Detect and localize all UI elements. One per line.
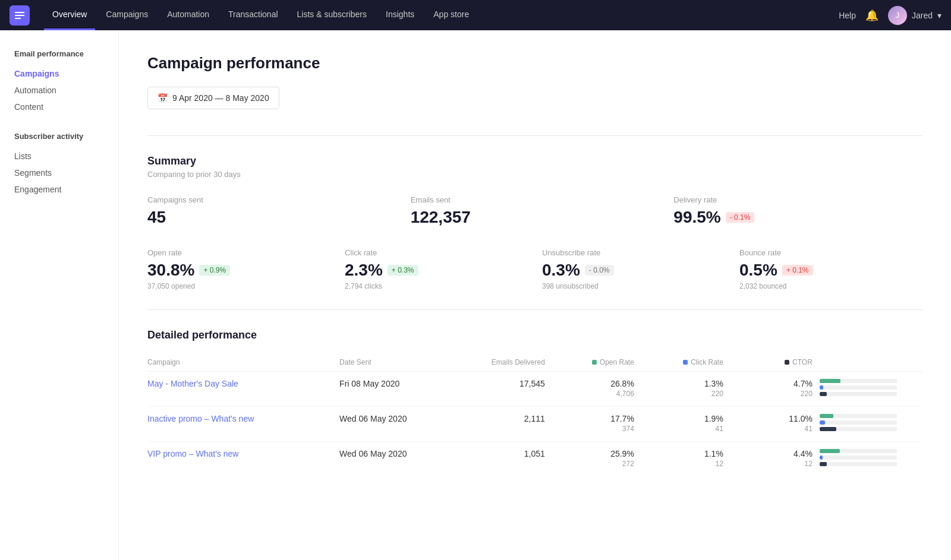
col-date-sent: Date Sent	[339, 353, 449, 372]
nav-app-store[interactable]: App store	[425, 0, 477, 30]
nav-lists-subscribers[interactable]: Lists & subscribers	[289, 0, 375, 30]
notifications-bell-icon[interactable]: 🔔	[865, 9, 878, 22]
open-rate-value-2: 25.9%	[552, 449, 634, 458]
date-range-icon: 📅	[158, 93, 168, 103]
logo[interactable]	[10, 5, 30, 26]
date-range-button[interactable]: 📅 9 Apr 2020 — 8 May 2020	[147, 87, 279, 109]
open-rate-dot	[592, 360, 597, 365]
metric-emails-sent-label: Emails sent	[411, 195, 660, 204]
divider-2	[147, 309, 922, 310]
cell-bars-0	[820, 372, 922, 407]
nav-insights[interactable]: Insights	[377, 0, 423, 30]
click-rate-dot	[683, 360, 688, 365]
nav-automation[interactable]: Automation	[159, 0, 218, 30]
metric-open-rate: Open rate 30.8% + 0.9% 37,050 opened	[147, 248, 330, 290]
metric-emails-sent-value: 122,357	[411, 208, 471, 227]
cell-click-rate-2: 1.1%12	[641, 442, 730, 477]
date-range-label: 9 Apr 2020 — 8 May 2020	[172, 93, 269, 103]
bar-ctor-track-2	[820, 462, 897, 466]
col-campaign: Campaign	[147, 353, 339, 372]
sidebar-section-subscriber-activity: Subscriber activity Lists Segments Engag…	[14, 132, 104, 198]
page-title: Campaign performance	[147, 54, 922, 72]
campaign-link-1[interactable]: Inactive promo – What's new	[147, 414, 254, 423]
campaign-link-0[interactable]: May - Mother's Day Sale	[147, 379, 238, 388]
metric-bounce-rate-label: Bounce rate	[739, 248, 922, 257]
metrics-row-2: Open rate 30.8% + 0.9% 37,050 opened Cli…	[147, 248, 922, 290]
metric-campaigns-sent-label: Campaigns sent	[147, 195, 396, 204]
ctor-sub-1: 41	[730, 423, 813, 439]
metric-open-rate-value: 30.8%	[147, 261, 194, 280]
metric-click-rate: Click rate 2.3% + 0.3% 2,794 clicks	[345, 248, 528, 290]
click-rate-sub-1: 41	[641, 423, 723, 439]
sidebar-item-campaigns[interactable]: Campaigns	[14, 65, 104, 82]
bar-row-1	[820, 414, 915, 431]
bar-click-fill-2	[820, 455, 823, 460]
cell-ctor-0: 4.7%220	[730, 372, 820, 407]
detailed-section: Detailed performance Campaign Date Sent …	[147, 329, 922, 476]
nav-transactional[interactable]: Transactional	[220, 0, 286, 30]
metric-bounce-rate-value: 0.5%	[739, 261, 777, 280]
sidebar-item-lists[interactable]: Lists	[14, 148, 104, 164]
divider-1	[147, 135, 922, 136]
cell-click-rate-1: 1.9%41	[641, 407, 730, 442]
table-row: VIP promo – What's newWed 06 May 20201,0…	[147, 442, 922, 477]
bar-open-fill-0	[820, 379, 840, 383]
bar-open-track-2	[820, 449, 897, 453]
summary-title: Summary	[147, 155, 922, 167]
metric-delivery-rate-value-row: 99.5% - 0.1%	[673, 208, 922, 227]
bar-ctor-track-0	[820, 392, 897, 396]
user-menu[interactable]: J Jared ▾	[888, 6, 941, 25]
nav-right: Help 🔔 J Jared ▾	[839, 6, 941, 25]
metric-click-rate-sub: 2,794 clicks	[345, 282, 528, 290]
cell-click-rate-0: 1.3%220	[641, 372, 730, 407]
click-rate-sub-0: 220	[641, 388, 723, 404]
bounce-rate-badge: + 0.1%	[782, 265, 813, 276]
open-rate-badge: + 0.9%	[199, 265, 230, 276]
bar-ctor-fill-0	[820, 392, 827, 396]
metric-open-rate-sub: 37,050 opened	[147, 282, 330, 290]
summary-section: Summary Comparing to prior 30 days Campa…	[147, 155, 922, 290]
metric-unsubscribe-rate-value: 0.3%	[542, 261, 580, 280]
click-rate-value-0: 1.3%	[641, 379, 723, 388]
metric-emails-sent-value-row: 122,357	[411, 208, 660, 227]
campaign-link-2[interactable]: VIP promo – What's new	[147, 449, 238, 458]
click-rate-value-1: 1.9%	[641, 414, 723, 423]
sidebar-item-content[interactable]: Content	[14, 99, 104, 115]
cell-campaign-2: VIP promo – What's new	[147, 442, 339, 477]
sidebar-section-email-performance: Email performance Campaigns Automation C…	[14, 49, 104, 115]
metric-delivery-rate-value: 99.5%	[673, 208, 720, 227]
nav-campaigns[interactable]: Campaigns	[97, 0, 156, 30]
col-open-rate: Open Rate	[552, 353, 641, 372]
detailed-title: Detailed performance	[147, 329, 922, 341]
page-wrapper: Email performance Campaigns Automation C…	[0, 30, 951, 560]
nav-links: Overview Campaigns Automation Transactio…	[44, 0, 839, 30]
col-click-rate: Click Rate	[641, 353, 730, 372]
ctor-value-2: 4.4%	[730, 449, 813, 458]
ctor-dot	[785, 360, 789, 365]
ctor-value-1: 11.0%	[730, 414, 813, 423]
metric-bounce-rate-sub: 2,032 bounced	[739, 282, 922, 290]
metric-bounce-rate: Bounce rate 0.5% + 0.1% 2,032 bounced	[739, 248, 922, 290]
sidebar-section-label-email: Email performance	[14, 49, 104, 58]
cell-open-rate-1: 17.7%374	[552, 407, 641, 442]
metric-click-rate-label: Click rate	[345, 248, 528, 257]
cell-bars-1	[820, 407, 922, 442]
nav-overview[interactable]: Overview	[44, 0, 95, 30]
click-rate-sub-2: 12	[641, 458, 723, 474]
cell-bars-2	[820, 442, 922, 477]
table-row: May - Mother's Day SaleFri 08 May 202017…	[147, 372, 922, 407]
col-ctor: CTOR	[730, 353, 820, 372]
bar-open-fill-1	[820, 414, 833, 418]
cell-emails-0: 17,545	[449, 372, 552, 407]
col-emails-delivered: Emails Delivered	[449, 353, 552, 372]
sidebar-item-automation[interactable]: Automation	[14, 82, 104, 99]
sidebar-item-engagement[interactable]: Engagement	[14, 181, 104, 198]
sidebar-item-segments[interactable]: Segments	[14, 164, 104, 181]
summary-subtitle: Comparing to prior 30 days	[147, 170, 922, 179]
bar-click-track-0	[820, 385, 897, 390]
ctor-sub-0: 220	[730, 388, 813, 404]
ctor-value-0: 4.7%	[730, 379, 813, 388]
help-link[interactable]: Help	[839, 11, 856, 20]
cell-date-2: Wed 06 May 2020	[339, 442, 449, 477]
sidebar: Email performance Campaigns Automation C…	[0, 30, 119, 560]
